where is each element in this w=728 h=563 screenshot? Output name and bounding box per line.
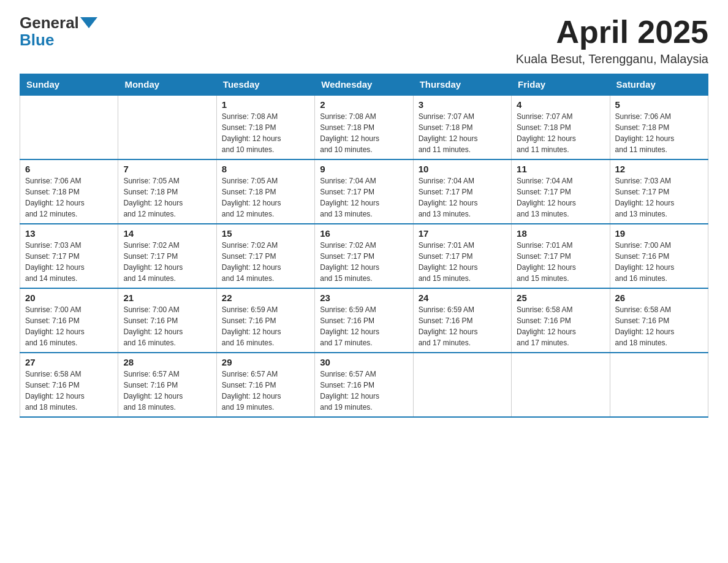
logo: General Blue xyxy=(20,15,97,50)
day-number: 11 xyxy=(517,164,604,174)
calendar-day-cell: 23Sunrise: 6:59 AM Sunset: 7:16 PM Dayli… xyxy=(315,288,413,353)
calendar-day-cell xyxy=(413,353,511,417)
calendar-day-cell: 6Sunrise: 7:06 AM Sunset: 7:18 PM Daylig… xyxy=(20,159,118,224)
day-info: Sunrise: 7:05 AM Sunset: 7:18 PM Dayligh… xyxy=(222,175,309,220)
calendar-day-cell: 20Sunrise: 7:00 AM Sunset: 7:16 PM Dayli… xyxy=(20,288,118,353)
day-number: 19 xyxy=(615,228,703,239)
day-info: Sunrise: 7:06 AM Sunset: 7:18 PM Dayligh… xyxy=(615,111,703,155)
day-of-week-header: Tuesday xyxy=(216,74,314,96)
day-number: 16 xyxy=(320,228,408,239)
day-number: 26 xyxy=(615,293,703,303)
day-number: 22 xyxy=(222,293,309,303)
calendar-day-cell: 8Sunrise: 7:05 AM Sunset: 7:18 PM Daylig… xyxy=(216,159,314,224)
calendar-day-cell: 14Sunrise: 7:02 AM Sunset: 7:17 PM Dayli… xyxy=(118,224,216,288)
calendar-day-cell: 12Sunrise: 7:03 AM Sunset: 7:17 PM Dayli… xyxy=(610,159,708,224)
day-number: 2 xyxy=(320,99,408,110)
calendar-day-cell: 16Sunrise: 7:02 AM Sunset: 7:17 PM Dayli… xyxy=(315,224,413,288)
title-block: April 2025 Kuala Besut, Terengganu, Mala… xyxy=(516,15,708,66)
day-number: 17 xyxy=(419,228,506,239)
day-info: Sunrise: 7:03 AM Sunset: 7:17 PM Dayligh… xyxy=(25,240,113,284)
day-info: Sunrise: 6:57 AM Sunset: 7:16 PM Dayligh… xyxy=(320,369,408,413)
day-info: Sunrise: 6:58 AM Sunset: 7:16 PM Dayligh… xyxy=(25,369,113,413)
day-info: Sunrise: 6:58 AM Sunset: 7:16 PM Dayligh… xyxy=(615,304,703,348)
day-info: Sunrise: 7:02 AM Sunset: 7:17 PM Dayligh… xyxy=(320,240,408,284)
day-info: Sunrise: 7:04 AM Sunset: 7:17 PM Dayligh… xyxy=(320,175,408,220)
days-of-week-row: SundayMondayTuesdayWednesdayThursdayFrid… xyxy=(20,74,708,96)
day-info: Sunrise: 7:04 AM Sunset: 7:17 PM Dayligh… xyxy=(419,175,506,220)
calendar-day-cell: 7Sunrise: 7:05 AM Sunset: 7:18 PM Daylig… xyxy=(118,159,216,224)
logo-blue-text: Blue xyxy=(20,31,54,50)
calendar-day-cell: 24Sunrise: 6:59 AM Sunset: 7:16 PM Dayli… xyxy=(413,288,511,353)
calendar-day-cell xyxy=(20,95,118,159)
day-number: 23 xyxy=(320,293,408,303)
calendar-day-cell: 13Sunrise: 7:03 AM Sunset: 7:17 PM Dayli… xyxy=(20,224,118,288)
calendar-day-cell: 29Sunrise: 6:57 AM Sunset: 7:16 PM Dayli… xyxy=(216,353,314,417)
location-subtitle: Kuala Besut, Terengganu, Malaysia xyxy=(516,52,708,66)
day-info: Sunrise: 6:59 AM Sunset: 7:16 PM Dayligh… xyxy=(222,304,309,348)
day-number: 30 xyxy=(320,357,408,367)
calendar-day-cell: 30Sunrise: 6:57 AM Sunset: 7:16 PM Dayli… xyxy=(315,353,413,417)
day-info: Sunrise: 7:06 AM Sunset: 7:18 PM Dayligh… xyxy=(25,175,113,220)
day-info: Sunrise: 7:08 AM Sunset: 7:18 PM Dayligh… xyxy=(222,111,309,155)
calendar-day-cell: 19Sunrise: 7:00 AM Sunset: 7:16 PM Dayli… xyxy=(610,224,708,288)
day-number: 5 xyxy=(615,99,703,110)
calendar-day-cell: 18Sunrise: 7:01 AM Sunset: 7:17 PM Dayli… xyxy=(512,224,610,288)
calendar-table: SundayMondayTuesdayWednesdayThursdayFrid… xyxy=(20,74,708,418)
day-number: 25 xyxy=(517,293,604,303)
day-info: Sunrise: 7:08 AM Sunset: 7:18 PM Dayligh… xyxy=(320,111,408,155)
day-info: Sunrise: 7:02 AM Sunset: 7:17 PM Dayligh… xyxy=(123,240,211,284)
calendar-day-cell: 3Sunrise: 7:07 AM Sunset: 7:18 PM Daylig… xyxy=(413,95,511,159)
calendar-day-cell: 26Sunrise: 6:58 AM Sunset: 7:16 PM Dayli… xyxy=(610,288,708,353)
logo-arrow-icon xyxy=(80,17,97,28)
day-info: Sunrise: 7:07 AM Sunset: 7:18 PM Dayligh… xyxy=(517,111,604,155)
calendar-day-cell: 17Sunrise: 7:01 AM Sunset: 7:17 PM Dayli… xyxy=(413,224,511,288)
day-info: Sunrise: 7:02 AM Sunset: 7:17 PM Dayligh… xyxy=(222,240,309,284)
day-number: 4 xyxy=(517,99,604,110)
calendar-header: SundayMondayTuesdayWednesdayThursdayFrid… xyxy=(20,74,708,96)
calendar-day-cell: 10Sunrise: 7:04 AM Sunset: 7:17 PM Dayli… xyxy=(413,159,511,224)
calendar-day-cell: 21Sunrise: 7:00 AM Sunset: 7:16 PM Dayli… xyxy=(118,288,216,353)
day-number: 14 xyxy=(123,228,211,239)
calendar-day-cell xyxy=(512,353,610,417)
day-number: 27 xyxy=(25,357,113,367)
day-info: Sunrise: 7:05 AM Sunset: 7:18 PM Dayligh… xyxy=(123,175,211,220)
calendar-day-cell: 22Sunrise: 6:59 AM Sunset: 7:16 PM Dayli… xyxy=(216,288,314,353)
calendar-day-cell: 1Sunrise: 7:08 AM Sunset: 7:18 PM Daylig… xyxy=(216,95,314,159)
calendar-week-row: 13Sunrise: 7:03 AM Sunset: 7:17 PM Dayli… xyxy=(20,224,708,288)
day-info: Sunrise: 7:00 AM Sunset: 7:16 PM Dayligh… xyxy=(615,240,703,284)
day-info: Sunrise: 7:01 AM Sunset: 7:17 PM Dayligh… xyxy=(517,240,604,284)
day-of-week-header: Saturday xyxy=(610,74,708,96)
day-number: 7 xyxy=(123,164,211,174)
day-number: 9 xyxy=(320,164,408,174)
day-info: Sunrise: 7:00 AM Sunset: 7:16 PM Dayligh… xyxy=(123,304,211,348)
day-info: Sunrise: 6:57 AM Sunset: 7:16 PM Dayligh… xyxy=(222,369,309,413)
calendar-day-cell: 4Sunrise: 7:07 AM Sunset: 7:18 PM Daylig… xyxy=(512,95,610,159)
day-info: Sunrise: 6:57 AM Sunset: 7:16 PM Dayligh… xyxy=(123,369,211,413)
day-info: Sunrise: 6:59 AM Sunset: 7:16 PM Dayligh… xyxy=(320,304,408,348)
calendar-day-cell: 15Sunrise: 7:02 AM Sunset: 7:17 PM Dayli… xyxy=(216,224,314,288)
day-info: Sunrise: 6:58 AM Sunset: 7:16 PM Dayligh… xyxy=(517,304,604,348)
day-number: 18 xyxy=(517,228,604,239)
day-number: 3 xyxy=(419,99,506,110)
calendar-week-row: 27Sunrise: 6:58 AM Sunset: 7:16 PM Dayli… xyxy=(20,353,708,417)
day-number: 15 xyxy=(222,228,309,239)
calendar-day-cell: 2Sunrise: 7:08 AM Sunset: 7:18 PM Daylig… xyxy=(315,95,413,159)
day-number: 10 xyxy=(419,164,506,174)
day-number: 1 xyxy=(222,99,309,110)
day-number: 24 xyxy=(419,293,506,303)
logo-general-text: General xyxy=(20,15,79,31)
day-number: 28 xyxy=(123,357,211,367)
calendar-day-cell: 28Sunrise: 6:57 AM Sunset: 7:16 PM Dayli… xyxy=(118,353,216,417)
calendar-day-cell: 9Sunrise: 7:04 AM Sunset: 7:17 PM Daylig… xyxy=(315,159,413,224)
day-number: 13 xyxy=(25,228,113,239)
day-number: 21 xyxy=(123,293,211,303)
day-info: Sunrise: 7:03 AM Sunset: 7:17 PM Dayligh… xyxy=(615,175,703,220)
day-number: 12 xyxy=(615,164,703,174)
calendar-day-cell: 11Sunrise: 7:04 AM Sunset: 7:17 PM Dayli… xyxy=(512,159,610,224)
day-info: Sunrise: 7:01 AM Sunset: 7:17 PM Dayligh… xyxy=(419,240,506,284)
calendar-week-row: 6Sunrise: 7:06 AM Sunset: 7:18 PM Daylig… xyxy=(20,159,708,224)
day-number: 20 xyxy=(25,293,113,303)
day-number: 8 xyxy=(222,164,309,174)
calendar-week-row: 20Sunrise: 7:00 AM Sunset: 7:16 PM Dayli… xyxy=(20,288,708,353)
day-number: 29 xyxy=(222,357,309,367)
